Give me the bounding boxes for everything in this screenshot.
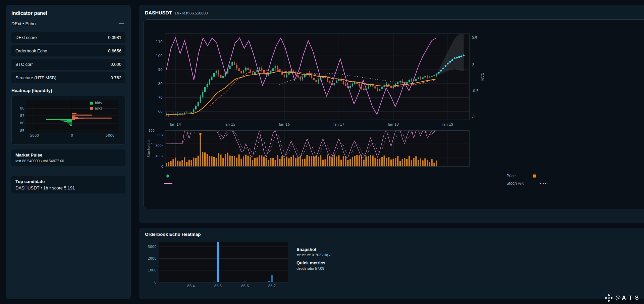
svg-text:Stochastic: Stochastic	[147, 139, 151, 158]
svg-text:87: 87	[20, 114, 24, 118]
svg-text:110: 110	[156, 40, 163, 44]
orderbook-echo-panel: Orderbook Echo Heatmap 010002000300086.4…	[139, 228, 644, 299]
svg-text:100k: 100k	[155, 154, 163, 158]
svg-text:70: 70	[158, 95, 162, 99]
metric-value: 0.6656	[108, 48, 121, 53]
echo-body: 010002000300086.486.586.686.7 Snapshot s…	[144, 238, 644, 296]
svg-text:-5000: -5000	[29, 133, 39, 137]
svg-text:Jan 14: Jan 14	[170, 122, 181, 126]
svg-text:60: 60	[158, 109, 162, 113]
svg-text:0: 0	[153, 155, 155, 159]
top-candidate-block: Top candidate DASHUSDT • 1h • score 5.19…	[11, 176, 125, 193]
svg-text:200k: 200k	[155, 143, 163, 147]
market-pulse-title: Market Pulse	[15, 153, 121, 158]
svg-text:100: 100	[149, 129, 155, 132]
indicator-subtitle-row: DExt • Echo —	[11, 20, 125, 27]
legend-row: Stoch %KStoch %DForecastForecast band	[164, 181, 644, 186]
svg-text:300k: 300k	[155, 133, 163, 137]
indicator-panel: Indicator panel DExt • Echo — DExt score…	[6, 5, 131, 299]
chart-legend: PriceVolumeDAMMA20MA50VWAPStoch %KStoch …	[164, 174, 644, 186]
snapshot-line: structure 0.762 • liq -	[297, 253, 330, 257]
svg-text:0.5: 0.5	[472, 36, 477, 40]
market-pulse-block: Market Pulse last 86.540000 • vol 54877.…	[11, 149, 125, 166]
metric-label: DExt score	[15, 35, 37, 40]
app-root: Indicator panel DExt • Echo — DExt score…	[0, 0, 644, 304]
chart-header: DASHUSDT 1h • last 86.510000 conf: 0.262…	[144, 8, 644, 19]
watermark-text: @ A_T_S	[615, 295, 639, 301]
collapse-button[interactable]: —	[117, 20, 125, 27]
watermark: @ A_T_S	[605, 294, 639, 302]
center-column: DASHUSDT 1h • last 86.510000 conf: 0.262…	[139, 5, 644, 299]
svg-text:2000: 2000	[148, 257, 157, 260]
svg-text:90: 90	[158, 68, 162, 72]
svg-text:86: 86	[20, 121, 24, 125]
svg-text:0: 0	[472, 62, 474, 66]
svg-text:0: 0	[161, 165, 163, 168]
indicator-panel-title: Indicator panel	[11, 10, 125, 16]
metric-value: 0.762	[110, 75, 121, 80]
svg-text:86.4: 86.4	[187, 284, 195, 288]
quick-metrics-line: depth ratio 57.09	[297, 266, 330, 270]
svg-text:0: 0	[71, 133, 73, 137]
snapshot-title: Snapshot	[297, 247, 330, 252]
svg-text:-0.5: -0.5	[472, 89, 478, 93]
liquidity-heatmap-title: Heatmap (liquidity)	[11, 88, 125, 93]
svg-text:Jan 18: Jan 18	[387, 122, 399, 126]
liquidity-heatmap-chart[interactable]: 88878685-500005000bidsasks	[13, 98, 126, 142]
main-chart-panel: DASHUSDT 1h • last 86.510000 conf: 0.262…	[139, 5, 644, 223]
indicator-subtitle: DExt • Echo	[11, 21, 36, 26]
svg-text:85: 85	[20, 129, 24, 133]
svg-text:86.7: 86.7	[268, 284, 276, 288]
svg-text:80: 80	[158, 82, 162, 86]
metric-row: Structure (HTF MSB)0.762	[11, 72, 125, 83]
legend-item-stoch-d[interactable]: Stoch %D	[540, 181, 644, 186]
svg-text:DAM: DAM	[480, 73, 484, 81]
metric-label: Orderbook Echo	[15, 48, 47, 53]
liquidity-heatmap-card: 88878685-500005000bidsasks	[11, 96, 125, 145]
metric-row: BTC corr0.000	[11, 59, 125, 70]
svg-text:1000: 1000	[148, 268, 157, 272]
diamond-cluster-icon	[605, 294, 613, 302]
metric-value: 0.000	[110, 62, 121, 67]
quick-metrics-title: Quick metrics	[297, 260, 330, 265]
metric-label: Structure (HTF MSB)	[15, 75, 56, 80]
market-pulse-line: last 86.540000 • vol 54877.60	[15, 159, 121, 163]
svg-text:Jan 19: Jan 19	[442, 122, 453, 126]
chart-frame: 60708090100110Jan 14Jan 15Jan 16Jan 17Ja…	[144, 19, 644, 209]
legend-item-volume[interactable]: Volume	[531, 174, 644, 178]
top-candidate-line: DASHUSDT • 1h • score 5.191	[15, 185, 121, 190]
top-candidate-title: Top candidate	[15, 179, 121, 184]
legend-item-price[interactable]: Price	[164, 174, 516, 178]
svg-text:3000: 3000	[148, 245, 157, 249]
echo-panel-title: Orderbook Echo Heatmap	[145, 232, 644, 237]
svg-text:bids: bids	[95, 101, 102, 105]
legend-row: PriceVolumeDAMMA20MA50VWAP	[164, 174, 644, 178]
svg-text:100: 100	[156, 54, 163, 58]
svg-text:0: 0	[154, 280, 156, 284]
svg-text:Jan 17: Jan 17	[333, 122, 344, 126]
legend-item-stoch-k[interactable]: Stoch %K	[164, 181, 524, 186]
svg-text:asks: asks	[95, 106, 103, 110]
svg-text:86.5: 86.5	[214, 284, 222, 288]
svg-text:Jan 16: Jan 16	[279, 122, 290, 126]
svg-text:-1: -1	[472, 115, 475, 119]
price-chart[interactable]: 60708090100110Jan 14Jan 15Jan 16Jan 17Ja…	[145, 22, 485, 171]
legend-label: Price	[506, 174, 516, 178]
metrics-list: DExt score0.0981Orderbook Echo0.6656BTC …	[11, 32, 125, 83]
svg-text:Jan 15: Jan 15	[224, 122, 235, 126]
metric-value: 0.0981	[108, 35, 121, 40]
symbol-label: DASHUSDT	[145, 10, 172, 15]
snapshot-block: Snapshot structure 0.762 • liq - Quick m…	[297, 238, 330, 274]
svg-text:88: 88	[20, 106, 24, 110]
svg-text:86.6: 86.6	[241, 284, 249, 288]
echo-heatmap-chart[interactable]: 010002000300086.486.586.686.7	[144, 238, 292, 296]
timeframe-last-label: 1h • last 86.510000	[175, 11, 208, 15]
svg-text:5000: 5000	[106, 133, 114, 137]
legend-label: Stoch %K	[506, 181, 524, 186]
svg-text:50: 50	[151, 142, 155, 146]
metric-row: Orderbook Echo0.6656	[11, 45, 125, 56]
metric-row: DExt score0.0981	[11, 32, 125, 43]
metric-label: BTC corr	[15, 62, 33, 67]
chart-title: DASHUSDT 1h • last 86.510000	[145, 10, 208, 15]
